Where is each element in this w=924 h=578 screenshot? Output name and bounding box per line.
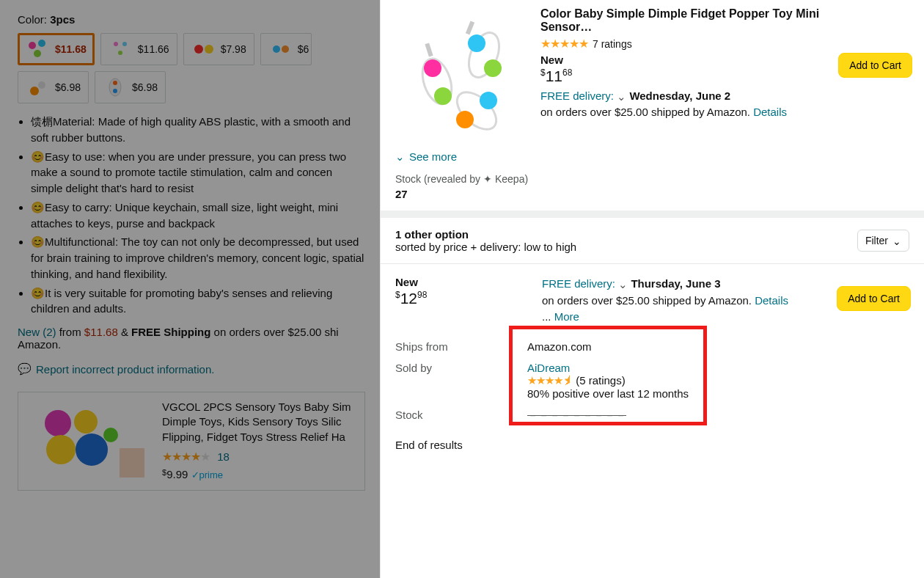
chevron-down-icon: ⌄ (395, 150, 405, 164)
product-detail-panel: Color: 3pcs $11.68 $11.66 $7.98 $6 (0, 0, 380, 578)
stock-value: 27 (395, 188, 909, 200)
variant-price: $7.98 (221, 43, 246, 55)
svg-point-6 (194, 45, 203, 54)
svg-point-26 (468, 34, 485, 52)
delivery-date: Wednesday, June 2 (629, 89, 730, 102)
rating-row[interactable]: ★★★★★ 7 ratings (540, 37, 838, 51)
variant-option[interactable]: $6.98 (18, 71, 89, 103)
svg-point-23 (434, 87, 452, 105)
variant-thumb (26, 75, 51, 100)
stock-value-blurred: －－－－－－－－－ (527, 409, 909, 422)
chevron-down-icon: ⌄ (892, 235, 901, 247)
new-offers-link[interactable]: New (2) (18, 326, 56, 338)
other-option-count: 1 other option (395, 228, 469, 241)
condition-label: New (395, 276, 527, 288)
ships-from-value: Amazon.com (527, 340, 909, 353)
seller-meta: Ships from Amazon.com Sold by AiDream ★★… (381, 332, 924, 430)
related-rating-count: 18 (217, 450, 230, 463)
details-link[interactable]: Details (755, 294, 788, 307)
variant-thumb (191, 37, 216, 62)
sort-description: sorted by price + delivery: low to high (395, 241, 576, 253)
related-info: VGCOL 2PCS Sensory Toys Baby Sim Dimple … (162, 400, 354, 483)
delivery-info: FREE delivery: ⌄ Wednesday, June 2 on or… (540, 88, 912, 120)
related-product-card[interactable]: VGCOL 2PCS Sensory Toys Baby Sim Dimple … (18, 392, 365, 491)
bullet-item: 😊Multifunctional: The toy can not only b… (31, 234, 365, 282)
related-title: VGCOL 2PCS Sensory Toys Baby Sim Dimple … (162, 400, 354, 445)
product-image (395, 7, 527, 139)
variant-option[interactable]: $6.98 (95, 71, 166, 103)
stars-icon: ★★★★⯨ (527, 374, 573, 387)
variant-option[interactable]: $11.66 (100, 33, 177, 65)
variant-thumb (26, 37, 51, 62)
svg-point-14 (113, 89, 117, 93)
details-link[interactable]: Details (753, 106, 787, 118)
svg-point-1 (38, 40, 45, 47)
svg-point-15 (45, 410, 71, 436)
add-to-cart-button[interactable]: Add to Cart (838, 53, 912, 78)
svg-point-16 (74, 410, 98, 434)
prime-badge: ✓prime (191, 469, 224, 480)
ships-from-key: Ships from (395, 340, 527, 353)
new-offers-line: New (2) from $11.68 & FREE Shipping on o… (18, 326, 365, 351)
related-price: $9.99 ✓prime (162, 467, 354, 482)
bullet-item: 馈榍Material: Made of high quality ABS pla… (31, 114, 365, 146)
svg-point-5 (118, 51, 122, 55)
secondary-offer: Add to Cart New $1298 FREE delivery: ⌄ T… (381, 264, 924, 332)
stock-key: Stock (395, 409, 527, 421)
primary-offer: Add to Cart Color Baby Simple Dimple Fid… (381, 0, 924, 147)
product-title: Color Baby Simple Dimple Fidget Popper T… (540, 7, 912, 34)
price-block: $1298 (395, 290, 527, 307)
bullet-item: 😊It is very suitable for promoting baby'… (31, 285, 365, 318)
color-value: 3pcs (50, 13, 75, 26)
feature-bullets: 馈榍Material: Made of high quality ABS pla… (31, 114, 365, 317)
other-options-header: 1 other option sorted by price + deliver… (381, 211, 924, 264)
svg-point-27 (484, 59, 502, 77)
svg-point-17 (46, 435, 76, 464)
svg-point-18 (76, 434, 108, 466)
chevron-down-icon[interactable]: ⌄ (617, 89, 626, 105)
bullet-item: 😊Easy to carry: Unique keychain, small s… (31, 200, 365, 232)
color-label-text: Color: (18, 13, 47, 26)
variant-thumb (109, 37, 133, 62)
svg-point-3 (114, 42, 118, 46)
buying-options-flyout: Add to Cart Color Baby Simple Dimple Fid… (380, 0, 924, 578)
report-link[interactable]: 💬 Report incorrect product information. (18, 362, 214, 376)
svg-point-30 (456, 111, 474, 128)
stars-icon: ★★★★★ (162, 450, 210, 463)
svg-rect-28 (466, 21, 474, 35)
svg-point-22 (424, 59, 441, 77)
seller-link[interactable]: AiDream (527, 362, 570, 374)
bullet-item: 😊Easy to use: when you are under pressur… (31, 149, 365, 197)
svg-point-31 (480, 92, 497, 109)
variant-price: $6 (298, 43, 309, 55)
delivery-date: Thursday, June 3 (631, 277, 720, 290)
svg-point-4 (122, 42, 127, 46)
variant-selector: $11.68 $11.66 $7.98 $6 $6.98 (18, 33, 365, 103)
variant-price: $11.68 (55, 43, 87, 55)
add-to-cart-button[interactable]: Add to Cart (837, 286, 911, 311)
related-thumb (29, 400, 152, 480)
seller-positive: 80% positive over last 12 months (527, 387, 689, 400)
variant-option[interactable]: $6 (260, 33, 312, 65)
variant-thumb (103, 75, 128, 100)
variant-price: $11.66 (138, 43, 169, 55)
sold-by-key: Sold by (395, 362, 527, 374)
see-more-link[interactable]: ⌄ See more (381, 147, 472, 173)
svg-point-8 (273, 45, 280, 53)
svg-point-13 (113, 81, 117, 85)
hero-info: Add to Cart Color Baby Simple Dimple Fid… (540, 7, 912, 120)
more-link[interactable]: More (554, 310, 579, 323)
rating-count: 7 ratings (593, 38, 632, 50)
end-of-results: End of results (381, 430, 924, 460)
svg-point-11 (38, 81, 45, 89)
stock-block: Stock (revealed by ✦ Keepa) 27 (381, 173, 924, 211)
variant-price: $6.98 (55, 81, 81, 93)
variant-option[interactable]: $7.98 (183, 33, 254, 65)
seller-rating-count: (5 ratings) (576, 374, 626, 387)
variant-option[interactable]: $11.68 (18, 33, 95, 65)
chevron-down-icon[interactable]: ⌄ (618, 277, 628, 293)
filter-button[interactable]: Filter ⌄ (857, 230, 909, 252)
comment-icon: 💬 (18, 362, 32, 376)
svg-point-2 (34, 50, 41, 57)
stars-icon: ★★★★★ (540, 37, 588, 51)
